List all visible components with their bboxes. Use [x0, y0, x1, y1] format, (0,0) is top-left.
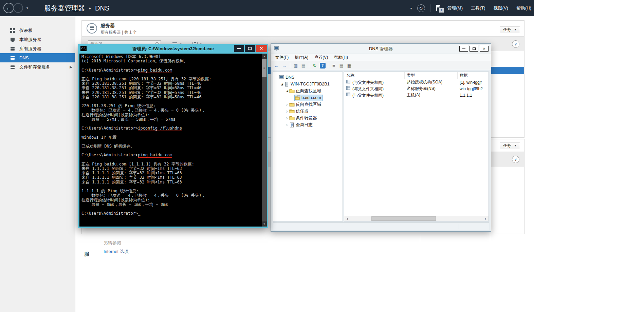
tree-node-label: 反向查找区域 [296, 102, 321, 108]
app-title: 服务器管理器 [44, 4, 85, 13]
toolbar-view-details-icon[interactable]: ▤ [338, 62, 345, 69]
expander-closed-icon[interactable]: ▷ [285, 103, 289, 106]
expander-open-icon[interactable]: ◢ [285, 89, 289, 93]
toolbar-export-list-icon[interactable]: ▤ [300, 62, 307, 69]
tree-node-forward-zones[interactable]: ◢正向查找区域 [273, 87, 343, 94]
record-icon [346, 79, 351, 84]
topbar-menu-tools[interactable]: 工具(T) [471, 5, 485, 11]
toolbar-refresh-icon[interactable]: ↻ [311, 62, 318, 69]
dns-maximize-button[interactable] [470, 46, 478, 52]
column-header-1[interactable]: 名称 [344, 72, 405, 79]
record-data: 1.1.1.1 [458, 93, 489, 98]
cmd-minimize-button[interactable] [234, 45, 244, 52]
servers-tasks-button[interactable]: 任务 ▼ [500, 26, 520, 33]
toolbar-view-large-icon[interactable]: ▦ [346, 62, 353, 69]
expander-closed-icon[interactable]: ▷ [285, 110, 289, 113]
scroll-left-icon[interactable]: ◂ [344, 216, 350, 221]
tree-node-server[interactable]: ◢WIN-TGGJFF9B2B1 [273, 81, 343, 87]
tree-node-reverse-zones[interactable]: ▷反向查找区域 [273, 101, 343, 108]
cmd-scrollbar-thumb[interactable]: ≡ [262, 59, 266, 77]
terminal-line: 最短 = 57ms，最长 = 58ms，平均 = 57ms [81, 117, 260, 122]
expander-closed-icon[interactable]: ▷ [285, 123, 289, 126]
record-type: 名称服务器(NS) [405, 86, 458, 92]
sidebar-item-label: 所有服务器 [19, 46, 41, 52]
dns-record-list: 名称类型数据 (与父文件夹相同)起始授权机构(SOA)[1], win-tggj… [344, 72, 489, 221]
horizontal-scrollbar[interactable]: ◂ ▸ [344, 216, 489, 221]
terminal-output[interactable]: Microsoft Windows [版本 6.3.9600](c) 2013 … [81, 55, 260, 227]
sidebar-item-dashboard[interactable]: 仪表板 [0, 26, 75, 35]
internet-options-link[interactable]: Internet 选项 [104, 249, 129, 255]
dns-menu-view[interactable]: 查看(V) [311, 55, 331, 60]
column-header-2[interactable]: 类型 [405, 72, 458, 79]
scroll-down-icon[interactable]: ▼ [262, 221, 267, 227]
topbar: ← → ▼ 服务器管理器 ▸ DNS ▾ ↻ 1 管理(M)工具(T)视图(V)… [0, 0, 534, 16]
sidebar-item-all-servers[interactable]: 所有服务器 [0, 44, 75, 53]
record-row[interactable]: (与父文件夹相同)主机(A)1.1.1.1 [344, 92, 489, 98]
sidebar-item-dns[interactable]: DNS [0, 53, 75, 62]
topbar-menus: 管理(M)工具(T)视图(V)帮助(H) [447, 5, 532, 11]
topbar-menu-help[interactable]: 帮助(H) [516, 5, 531, 11]
events-collapse-button[interactable]: ∨ [512, 156, 519, 163]
cmd-titlebar[interactable]: C:\ 管理员: C:\Windows\system32\cmd.exe ✕ [78, 44, 268, 54]
topbar-menu-manage[interactable]: 管理(M) [447, 5, 463, 11]
dns-menu-file[interactable]: 文件(F) [272, 55, 292, 60]
dns-toolbar: ←→▥▤↻?≡▤▦ [271, 61, 491, 70]
tasks-label: 任务 [503, 143, 511, 149]
toolbar-back-icon[interactable]: ← [273, 62, 280, 69]
sidebar-items: 仪表板本地服务器所有服务器DNS文件和存储服务▶ [0, 26, 75, 72]
expander-closed-icon[interactable]: ▷ [285, 117, 289, 120]
topbar-menu-view[interactable]: 视图(V) [494, 5, 508, 11]
notifications-flag-button[interactable]: 1 [436, 4, 442, 12]
folder-icon [289, 89, 296, 93]
terminal-line: 来自 1.1.1.1 的回复: 字节=32 时间<1ms TTL=63 [81, 180, 260, 184]
tree-node-global-logs[interactable]: ▷全局日志 [273, 121, 343, 128]
tree-node-dns-root[interactable]: DNS [273, 74, 343, 81]
record-name: (与父文件夹相同) [344, 79, 405, 85]
terminal-line: 来自 220.181.38.251 的回复: 字节=32 时间=58ms TTL… [81, 86, 260, 90]
sidebar-item-local-server[interactable]: 本地服务器 [0, 35, 75, 44]
tree-node-zone-baidu[interactable]: baidu.com [273, 94, 343, 101]
topbar-divider [430, 4, 430, 12]
scroll-right-icon[interactable]: ▸ [483, 216, 489, 221]
sidebar-item-label: 文件和存储服务 [19, 64, 50, 70]
back-button[interactable]: ← [3, 3, 14, 13]
sidebar: 仪表板本地服务器所有服务器DNS文件和存储服务▶ [0, 16, 75, 312]
expander-open-icon[interactable]: ◢ [280, 82, 284, 86]
refresh-button[interactable]: ↻ [417, 4, 425, 12]
toolbar-help-icon[interactable]: ? [319, 62, 326, 69]
cmd-vertical-scrollbar[interactable]: ▲ ≡ ▼ [262, 54, 267, 227]
tree-node-conditional-forwarders[interactable]: ▷条件转发器 [273, 115, 343, 121]
terminal-line: 来自 1.1.1.1 的回复: 字节=32 时间<1ms TTL=63 [81, 175, 260, 180]
terminal-line [81, 131, 260, 135]
all-servers-icon [10, 46, 16, 51]
record-row[interactable]: (与父文件夹相同)名称服务器(NS)win-tggjff9b2 [344, 85, 489, 92]
servers-collapse-button[interactable]: ∨ [512, 40, 519, 48]
scroll-up-icon[interactable]: ▲ [262, 54, 267, 59]
dns-minimize-button[interactable] [459, 46, 468, 52]
dns-statusbar [273, 222, 489, 230]
nav-caret-down-icon[interactable]: ▼ [26, 6, 29, 10]
chevron-right-icon[interactable]: ▶ [70, 65, 72, 69]
sidebar-item-label: DNS [19, 55, 29, 60]
tree-node-trust-points[interactable]: ▷信任点 [273, 108, 343, 115]
toolbar-show-tree-icon[interactable]: ▥ [292, 62, 299, 69]
cmd-close-button[interactable]: ✕ [256, 45, 267, 52]
caret-down-icon[interactable]: ▾ [410, 6, 412, 10]
column-header-3[interactable]: 数据 [458, 72, 489, 79]
events-tasks-button[interactable]: 任务 ▼ [500, 142, 520, 149]
terminal-line: 数据包: 已发送 = 4，已接收 = 4，丢失 = 0 (0% 丢失)， [81, 193, 260, 198]
dns-menu-action[interactable]: 操作(A) [292, 55, 311, 60]
dns-menu-help[interactable]: 帮助(H) [331, 55, 351, 60]
dns-titlebar[interactable]: DNS 管理器 ✕ [271, 44, 491, 54]
forward-button[interactable]: → [13, 3, 23, 13]
cmd-maximize-button[interactable] [245, 45, 255, 52]
dns-close-button[interactable]: ✕ [480, 46, 489, 52]
partial-section-title: 服 [84, 251, 89, 257]
dashboard-icon [10, 28, 16, 33]
toolbar-view-list-icon[interactable]: ≡ [330, 62, 337, 69]
breadcrumb-separator-icon: ▸ [89, 6, 91, 11]
record-row[interactable]: (与父文件夹相同)起始授权机构(SOA)[1], win-tggjf [344, 79, 489, 85]
sidebar-item-file-storage[interactable]: 文件和存储服务▶ [0, 62, 75, 72]
toolbar-forward-icon[interactable]: → [281, 62, 288, 69]
scrollbar-thumb[interactable] [371, 216, 436, 221]
